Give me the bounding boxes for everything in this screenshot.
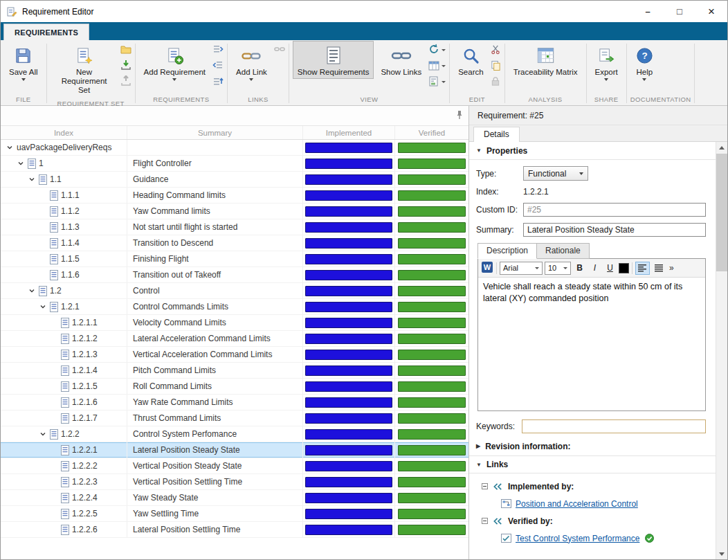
export-set-button[interactable]: [120, 76, 131, 88]
link[interactable]: Test Control System Performance: [516, 534, 639, 543]
word-icon[interactable]: W: [481, 261, 493, 276]
summary-input[interactable]: [523, 223, 706, 237]
table-row[interactable]: 1.2.2.4Yaw Steady State: [1, 490, 468, 506]
description-tabbar: Description Rationale: [469, 243, 716, 259]
collapse-box-icon[interactable]: [482, 483, 488, 489]
new-requirement-set-button[interactable]: New Requirement Set: [51, 41, 118, 98]
italic-button[interactable]: I: [588, 262, 601, 275]
scroll-up-button[interactable]: [716, 142, 727, 153]
column-header-implemented[interactable]: Implemented: [303, 126, 395, 139]
show-links-button[interactable]: Show Links: [376, 41, 426, 79]
column-header-summary[interactable]: Summary: [127, 126, 303, 139]
font-family-select[interactable]: Arial: [500, 262, 543, 275]
align-left-button[interactable]: [635, 262, 650, 275]
table-row[interactable]: 1.2.1.2Lateral Acceleration Command Limi…: [1, 331, 468, 347]
table-row[interactable]: 1.2.1.6Yaw Rate Command Limits: [1, 395, 468, 410]
table-row[interactable]: 1.1Guidance: [1, 172, 468, 188]
pin-icon[interactable]: [455, 110, 464, 122]
tab-description[interactable]: Description: [477, 243, 537, 259]
demote-requirement-button[interactable]: [212, 44, 224, 56]
table-row[interactable]: 1.2.1.4Pitch Command Limits: [1, 363, 468, 379]
collapse-box-icon[interactable]: [482, 518, 488, 524]
table-row[interactable]: 1.2.2.1Lateral Position Steady State: [1, 442, 468, 458]
table-row[interactable]: uavPackageDeliveryReqs: [1, 140, 468, 156]
promote-requirement-button[interactable]: [212, 60, 224, 72]
import-button[interactable]: [120, 60, 131, 72]
tab-rationale[interactable]: Rationale: [537, 243, 590, 259]
table-row[interactable]: 1.2.2.3Vertical Position Settling Time: [1, 474, 468, 490]
scrollbar-thumb[interactable]: [716, 154, 727, 271]
traceability-matrix-button[interactable]: Traceability Matrix: [509, 41, 583, 79]
chevron-down-icon[interactable]: [16, 160, 26, 167]
table-row[interactable]: 1.2.1Control Commands Limits: [1, 299, 468, 315]
table-row[interactable]: 1.2Control: [1, 283, 468, 299]
lock-button[interactable]: [491, 76, 501, 88]
copy-button[interactable]: [491, 60, 501, 72]
type-dropdown[interactable]: Functional: [523, 166, 588, 181]
font-size-select[interactable]: 10: [545, 262, 571, 275]
table-row[interactable]: 1.2.2.6Lateral Position Settling Time: [1, 522, 468, 538]
bold-button[interactable]: B: [573, 262, 586, 275]
revision-information-header[interactable]: ▶ Revision information:: [469, 437, 716, 455]
column-header-verified[interactable]: Verified: [395, 126, 468, 139]
link[interactable]: Position and Acceleration Control: [516, 499, 638, 509]
implemented-bar: [305, 143, 392, 153]
chevron-down-icon[interactable]: [5, 144, 15, 151]
table-row[interactable]: 1.2.1.7Thrust Command Limits: [1, 410, 468, 426]
view-options-button[interactable]: [428, 76, 446, 88]
delete-link-button[interactable]: [274, 44, 285, 56]
table-row[interactable]: 1.2.1.3Vertical Acceleration Command Lim…: [1, 347, 468, 363]
toolbar-overflow-button[interactable]: »: [669, 263, 674, 273]
chevron-down-icon[interactable]: [38, 303, 48, 310]
maximize-button[interactable]: □: [664, 1, 695, 22]
chevron-down-icon[interactable]: [38, 431, 48, 437]
table-row[interactable]: 1.1.5Finishing Flight: [1, 251, 468, 267]
column-header-index[interactable]: Index: [1, 126, 127, 139]
row-summary: Lateral Acceleration Command Limits: [127, 331, 303, 346]
description-editor[interactable]: Vehicle shall reach a steady state withi…: [478, 278, 705, 410]
search-button[interactable]: Search: [453, 41, 488, 79]
export-button[interactable]: Export: [590, 41, 623, 83]
show-requirements-button[interactable]: Show Requirements: [293, 41, 374, 79]
refresh-view-button[interactable]: [428, 44, 446, 56]
keywords-input[interactable]: [522, 419, 706, 433]
table-row[interactable]: 1.2.2.5Yaw Settling Time: [1, 506, 468, 522]
links-section-header[interactable]: ▼ Links: [469, 455, 716, 473]
table-row[interactable]: 1.1.4Transition to Descend: [1, 235, 468, 251]
columns-button[interactable]: [428, 60, 446, 72]
details-scrollbar[interactable]: [716, 142, 727, 559]
table-row[interactable]: 1.2.2.2Vertical Position Steady State: [1, 458, 468, 474]
add-link-button[interactable]: Add Link: [231, 41, 272, 83]
requirement-icon: [50, 222, 59, 233]
help-button[interactable]: ? Help: [630, 41, 659, 83]
custom-id-input[interactable]: [523, 203, 706, 217]
row-summary: Finishing Flight: [127, 251, 303, 267]
close-button[interactable]: ×: [695, 1, 727, 22]
save-all-button[interactable]: Save All: [4, 41, 43, 83]
table-row[interactable]: 1.2.1.1Velocity Command Limits: [1, 315, 468, 331]
cut-button[interactable]: [491, 44, 501, 56]
scroll-down-button[interactable]: [716, 548, 727, 559]
table-row[interactable]: 1Flight Controller: [1, 156, 468, 172]
table-row[interactable]: 1.1.1Heading Command limits: [1, 188, 468, 204]
move-requirement-button[interactable]: [212, 76, 224, 88]
table-row[interactable]: 1.2.2Control System Perfomance: [1, 426, 468, 442]
align-justify-button[interactable]: [652, 262, 666, 275]
open-requirement-set-button[interactable]: [120, 44, 131, 56]
chevron-down-icon[interactable]: [27, 287, 37, 294]
row-summary: Yaw Command limits: [127, 204, 303, 219]
table-row[interactable]: 1.1.2Yaw Command limits: [1, 204, 468, 219]
tab-requirements[interactable]: REQUIREMENTS: [3, 24, 89, 40]
underline-button[interactable]: U: [603, 262, 617, 275]
minimize-button[interactable]: –: [632, 1, 664, 22]
table-row[interactable]: 1.1.3Not start until flight is started: [1, 219, 468, 235]
link-group: Implemented by:: [469, 478, 716, 495]
table-row[interactable]: 1.1.6Transition out of Takeoff: [1, 267, 468, 283]
chevron-down-icon[interactable]: [27, 176, 37, 183]
scrollbar-track[interactable]: [716, 153, 727, 548]
properties-section-header[interactable]: ▼ Properties: [469, 142, 716, 160]
table-row[interactable]: 1.2.1.5Roll Command Limits: [1, 379, 468, 395]
tab-details[interactable]: Details: [473, 127, 520, 142]
font-color-swatch[interactable]: [619, 263, 629, 273]
add-requirement-button[interactable]: Add Requirement: [139, 41, 211, 83]
